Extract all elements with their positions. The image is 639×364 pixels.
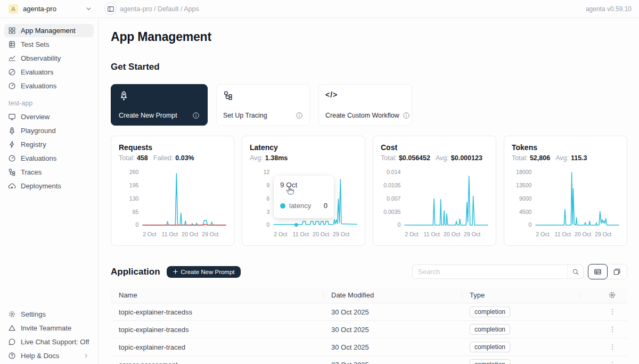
starter-card-set-up-tracing[interactable]: Set Up Tracing — [216, 84, 310, 126]
table-row[interactable]: topic-explainer-traced30 Oct 2025complet… — [111, 338, 627, 356]
svg-text:4500: 4500 — [519, 209, 532, 215]
column-header-date-modified[interactable]: Date Modified — [324, 287, 462, 303]
row-menu-icon[interactable] — [609, 308, 616, 316]
column-header-type[interactable]: Type — [462, 287, 580, 303]
svg-text:11 Oct: 11 Oct — [424, 231, 440, 237]
sidebar-item-evaluators[interactable]: Evaluators — [4, 65, 94, 79]
row-menu-icon[interactable] — [609, 326, 616, 333]
chart-tooltip: 9 Octlatency0 — [274, 176, 334, 218]
search-input[interactable] — [413, 268, 567, 276]
sidebar-item-live-chat-support-off[interactable]: Live Chat Support: Off — [4, 335, 94, 349]
get-started-title: Get Started — [111, 62, 627, 72]
table-row[interactable]: career-assessment27 Oct 2025completion — [111, 356, 627, 364]
main-content: App Management Get Started Create New Pr… — [99, 18, 639, 364]
sidebar-item-traces[interactable]: Traces — [4, 166, 94, 179]
svg-text:29 Oct: 29 Oct — [464, 231, 480, 237]
date-modified-cell: 30 Oct 2025 — [324, 326, 462, 334]
svg-text:29 Oct: 29 Oct — [202, 231, 218, 237]
workspace-name: agenta-pro — [23, 5, 56, 13]
svg-text:0: 0 — [529, 221, 532, 228]
sidebar-item-deployments[interactable]: Deployments — [4, 179, 94, 193]
starter-card-label: Create Custom Workflow — [325, 112, 399, 119]
type-cell: completion — [462, 342, 580, 352]
workspace-selector[interactable]: A agenta-pro — [0, 4, 99, 14]
stat-card-requests: RequestsTotal:458Failed:0.03%06513019526… — [111, 136, 234, 246]
stat-cards: RequestsTotal:458Failed:0.03%06513019526… — [111, 136, 627, 246]
sidebar-app-nav: OverviewPlaygroundRegistryEvaluationsTra… — [0, 110, 98, 194]
svg-text:0.0105: 0.0105 — [383, 182, 400, 188]
row-menu-icon[interactable] — [609, 343, 616, 351]
invite-icon — [8, 324, 16, 332]
page-title: App Management — [111, 30, 627, 44]
info-icon[interactable] — [192, 112, 200, 119]
sidebar-item-label: Observability — [21, 54, 61, 62]
table-settings-gear-icon[interactable] — [608, 291, 616, 299]
card-view-button[interactable] — [607, 264, 627, 279]
type-badge: completion — [470, 307, 510, 317]
breadcrumb[interactable]: agenta-pro / Default / Apps — [120, 5, 199, 13]
svg-text:11 Oct: 11 Oct — [162, 231, 178, 237]
observability-icon — [8, 54, 16, 62]
chat-icon — [8, 338, 16, 346]
sidebar-toggle-button[interactable] — [104, 3, 117, 15]
starter-card-create-custom-workflow[interactable]: </>Create Custom Workflow — [318, 84, 412, 126]
stat-card-title: Tokens — [512, 143, 619, 152]
create-new-prompt-button[interactable]: Create New Prompt — [167, 266, 241, 278]
sidebar-item-observability[interactable]: Observability — [4, 52, 94, 65]
tooltip-series-name: latency — [289, 202, 311, 210]
starter-card-label: Set Up Tracing — [223, 112, 267, 119]
info-icon[interactable] — [403, 112, 410, 119]
svg-text:0.014: 0.014 — [387, 169, 400, 175]
sidebar-item-label: Registry — [21, 140, 46, 148]
svg-text:11 Oct: 11 Oct — [293, 231, 309, 237]
svg-text:9000: 9000 — [519, 195, 532, 202]
svg-text:2 Oct: 2 Oct — [274, 231, 287, 237]
starter-card-label: Create New Prompt — [119, 112, 177, 119]
app-name-cell: topic-explainer-tracedss — [111, 308, 324, 316]
date-modified-cell: 30 Oct 2025 — [324, 343, 462, 351]
column-header-name[interactable]: Name — [111, 287, 324, 303]
sidebar-item-evaluations[interactable]: Evaluations — [4, 79, 94, 93]
sidebar-item-invite-teammate[interactable]: Invite Teammate — [4, 321, 94, 335]
sidebar-item-test-sets[interactable]: Test Sets — [4, 38, 94, 52]
starter-cards: Create New PromptSet Up Tracing</>Create… — [111, 84, 627, 126]
sidebar-item-label: App Management — [21, 27, 76, 35]
plus-icon — [173, 269, 178, 275]
table-row[interactable]: topic-explainer-traceds30 Oct 2025comple… — [111, 321, 627, 338]
sidebar-item-app-management[interactable]: App Management — [4, 24, 94, 38]
svg-text:2 Oct: 2 Oct — [405, 231, 418, 237]
stat-metric: Avg:1.38ms — [250, 154, 288, 162]
sidebar-item-label: Live Chat Support: Off — [21, 338, 89, 346]
sidebar-app-section-label: test-app — [0, 93, 98, 110]
sidebar-item-help-docs[interactable]: Help & Docs — [4, 349, 94, 363]
sidebar-item-settings[interactable]: Settings — [4, 308, 94, 321]
starter-card-create-new-prompt[interactable]: Create New Prompt — [111, 84, 208, 126]
rocket-icon — [8, 127, 16, 135]
table-view-button[interactable] — [588, 264, 608, 279]
app-name-cell: topic-explainer-traceds — [111, 326, 324, 334]
table-row[interactable]: topic-explainer-tracedss30 Oct 2025compl… — [111, 303, 627, 321]
info-icon[interactable] — [296, 112, 303, 119]
sidebar-item-playground[interactable]: Playground — [4, 124, 94, 138]
row-menu-icon[interactable] — [609, 361, 616, 364]
legend-dot — [280, 203, 285, 209]
sidebar-item-overview[interactable]: Overview — [4, 110, 94, 124]
svg-text:0: 0 — [267, 221, 270, 228]
stat-card-tokens: TokensTotal:52,806Avg:115.30450090001350… — [504, 136, 627, 246]
app-name-cell: career-assessment — [111, 361, 324, 364]
svg-text:260: 260 — [129, 169, 139, 175]
svg-text:18000: 18000 — [516, 169, 531, 175]
sidebar-item-label: Settings — [21, 310, 46, 318]
sidebar-item-evaluations[interactable]: Evaluations — [4, 152, 94, 166]
app-name-cell: topic-explainer-traced — [111, 343, 324, 351]
application-title: Application — [111, 267, 160, 277]
search-button[interactable] — [567, 265, 583, 278]
code-icon: </> — [325, 90, 405, 99]
stat-metric: Total:52,806 — [512, 154, 550, 162]
svg-text:20 Oct: 20 Oct — [313, 231, 329, 237]
stat-card-title: Requests — [119, 143, 226, 152]
svg-text:2 Oct: 2 Oct — [143, 231, 156, 237]
sidebar-item-label: Deployments — [21, 182, 61, 190]
sidebar-item-registry[interactable]: Registry — [4, 138, 94, 152]
application-header: Application Create New Prompt — [111, 264, 627, 279]
